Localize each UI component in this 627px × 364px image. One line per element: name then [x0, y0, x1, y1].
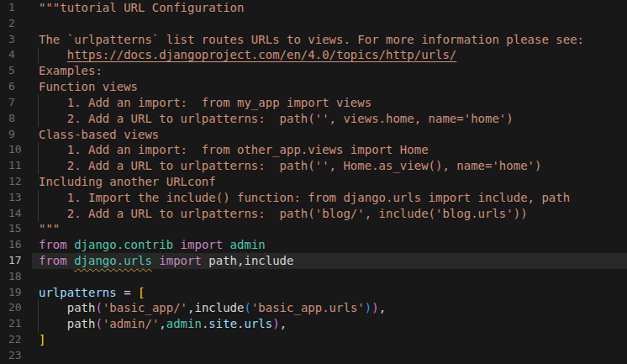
indent-guide-line	[38, 206, 39, 222]
code-line[interactable]: 6Function views	[0, 79, 627, 95]
code-text: 1. Add an import: from other_app.views i…	[39, 142, 627, 158]
code-line[interactable]: 20 path('basic_app/',include('basic_app.…	[0, 300, 627, 316]
code-token: (	[95, 317, 102, 330]
indent-guide-line	[38, 316, 39, 332]
line-number: 22	[0, 332, 39, 348]
line-number: 8	[0, 111, 39, 127]
line-number: 16	[0, 237, 39, 253]
code-token: ,include	[187, 301, 244, 314]
code-text: Examples:	[39, 63, 627, 79]
code-line[interactable]: 16from django.contrib import admin	[0, 237, 627, 253]
code-token: (	[95, 301, 102, 314]
indent-guide-line	[38, 95, 39, 111]
code-line[interactable]: 13 1. Import the include() function: fro…	[0, 190, 627, 206]
code-token: 1. Add an import: from my_app import vie…	[39, 96, 371, 109]
code-line[interactable]: 7 1. Add an import: from my_app import v…	[0, 95, 627, 111]
code-line[interactable]: 19urlpatterns = [	[0, 285, 627, 301]
line-number: 6	[0, 79, 39, 95]
line-number: 23	[0, 348, 39, 364]
line-number: 14	[0, 206, 39, 222]
line-number: 18	[0, 269, 39, 285]
code-token: path,include	[208, 254, 293, 267]
code-line[interactable]: 4 https://docs.djangoproject.com/en/4.0/…	[0, 47, 627, 63]
code-text: Function views	[39, 79, 627, 95]
code-token: import	[152, 254, 208, 267]
code-text: from django.urls import path,include	[39, 253, 627, 269]
code-line[interactable]: 1"""tutorial URL Configuration	[0, 0, 627, 16]
code-line[interactable]: 14 2. Add a URL to urlpatterns: path('bl…	[0, 206, 627, 222]
code-line[interactable]: 11 2. Add a URL to urlpatterns: path('',…	[0, 158, 627, 174]
code-editor[interactable]: 1"""tutorial URL Configuration23The `url…	[0, 0, 627, 364]
code-text: """	[39, 221, 627, 237]
code-line[interactable]: 17from django.urls import path,include	[0, 253, 627, 269]
code-line[interactable]: 22]	[0, 332, 627, 348]
code-token: Function views	[39, 80, 138, 93]
line-number: 7	[0, 95, 39, 111]
code-token: admin	[230, 238, 266, 251]
code-text: The `urlpatterns` list routes URLs to vi…	[39, 32, 627, 48]
code-line[interactable]: 18	[0, 269, 627, 285]
line-number: 9	[0, 127, 39, 143]
code-line[interactable]: 5Examples:	[0, 63, 627, 79]
code-line[interactable]: 8 2. Add a URL to urlpatterns: path('', …	[0, 111, 627, 127]
line-number: 4	[0, 47, 39, 63]
line-number: 20	[0, 300, 39, 316]
line-number: 12	[0, 174, 39, 190]
code-line[interactable]: 3The `urlpatterns` list routes URLs to v…	[0, 32, 627, 48]
line-number: 2	[0, 16, 39, 32]
code-line[interactable]: 9Class-based views	[0, 127, 627, 143]
code-token: from	[39, 238, 74, 251]
indent-guide-line	[38, 47, 39, 63]
code-token: 'basic_app/'	[103, 301, 187, 314]
code-token: django.urls	[74, 254, 152, 267]
code-token: path	[39, 301, 95, 314]
code-token: """	[39, 222, 60, 235]
code-token: 1. Import the include() function: from d…	[39, 191, 570, 204]
code-token: django.contrib	[74, 238, 173, 251]
code-text	[39, 16, 627, 32]
indent-guide-line	[38, 158, 39, 174]
line-number: 11	[0, 158, 39, 174]
indent-guide-line	[38, 111, 39, 127]
line-number: 3	[0, 32, 39, 48]
code-token: 'admin/'	[103, 317, 159, 330]
code-token: 'basic_app.urls'	[251, 301, 365, 314]
code-text: 2. Add a URL to urlpatterns: path('', vi…	[39, 111, 627, 127]
code-text: from django.contrib import admin	[39, 237, 627, 253]
code-token: """tutorial URL Configuration	[39, 1, 244, 14]
code-token: Including another URLconf	[39, 175, 216, 188]
indent-guide-line	[38, 300, 39, 316]
code-token: Class-based views	[39, 128, 159, 141]
code-token: 2. Add a URL to urlpatterns: path('', Ho…	[39, 159, 541, 172]
line-number: 5	[0, 63, 39, 79]
code-line[interactable]: 21 path('admin/',admin.site.urls),	[0, 316, 627, 332]
code-token: (	[244, 301, 250, 314]
code-token: The `urlpatterns` list routes URLs to vi…	[39, 33, 584, 46]
line-number: 19	[0, 285, 39, 301]
code-token: import	[173, 238, 229, 251]
line-number: 13	[0, 190, 39, 206]
code-text: 1. Import the include() function: from d…	[39, 190, 627, 206]
code-token: ,	[159, 317, 166, 330]
code-token: ]	[39, 333, 45, 346]
code-token: Examples:	[39, 64, 103, 77]
code-line[interactable]: 23	[0, 348, 627, 364]
code-token: )	[272, 317, 279, 330]
line-number: 17	[0, 253, 39, 269]
code-text: 1. Add an import: from my_app import vie…	[39, 95, 627, 111]
code-text: 2. Add a URL to urlpatterns: path('', Ho…	[39, 158, 627, 174]
code-token: ,	[379, 301, 386, 314]
code-token: ,	[280, 317, 287, 330]
code-text: path('admin/',admin.site.urls),	[39, 316, 627, 332]
code-line[interactable]: 10 1. Add an import: from other_app.view…	[0, 142, 627, 158]
code-line[interactable]: 2	[0, 16, 627, 32]
code-token: 2. Add a URL to urlpatterns: path('', vi…	[39, 112, 514, 125]
code-token: )	[365, 301, 371, 314]
indent-guide-line	[38, 190, 39, 206]
code-token	[39, 48, 67, 61]
code-line[interactable]: 12Including another URLconf	[0, 174, 627, 190]
code-token: path	[39, 317, 95, 330]
url-link[interactable]: https://docs.djangoproject.com/en/4.0/to…	[67, 48, 457, 61]
code-token: from	[39, 254, 74, 267]
code-line[interactable]: 15"""	[0, 221, 627, 237]
